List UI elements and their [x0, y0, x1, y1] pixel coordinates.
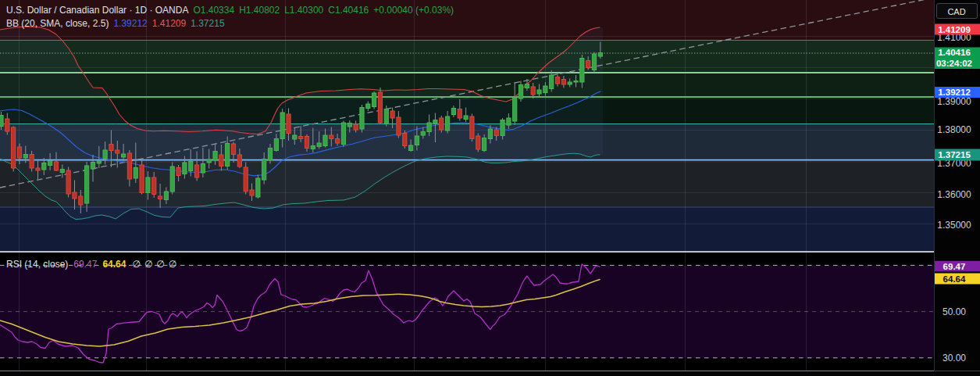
- svg-text:1.36000: 1.36000: [937, 189, 971, 200]
- svg-text:30.00: 30.00: [943, 353, 966, 363]
- svg-text:69.47: 69.47: [943, 262, 966, 271]
- svg-text:03:24:02: 03:24:02: [936, 59, 972, 68]
- svg-text:1.41209: 1.41209: [938, 25, 971, 34]
- svg-text:U.S. Dollar / Canadian Dollar: U.S. Dollar / Canadian Dollar · 1D · OAN…: [6, 5, 454, 16]
- svg-text:1.37215: 1.37215: [938, 150, 971, 159]
- svg-text:1.39212: 1.39212: [938, 88, 971, 97]
- svg-text:BB (20, SMA, close, 2.5)1.3921: BB (20, SMA, close, 2.5)1.392121.412091.…: [6, 18, 225, 29]
- svg-text:1.35000: 1.35000: [937, 220, 971, 231]
- svg-text:RSI (14, close)69.4764.64∅∅∅∅: RSI (14, close)69.4764.64∅∅∅∅: [6, 259, 176, 270]
- svg-text:1.39000: 1.39000: [937, 96, 971, 107]
- svg-text:CAD: CAD: [947, 7, 965, 16]
- svg-text:64.64: 64.64: [943, 274, 966, 284]
- svg-text:1.40416: 1.40416: [938, 48, 971, 57]
- svg-text:50.00: 50.00: [943, 306, 966, 317]
- svg-text:1.38000: 1.38000: [937, 124, 971, 135]
